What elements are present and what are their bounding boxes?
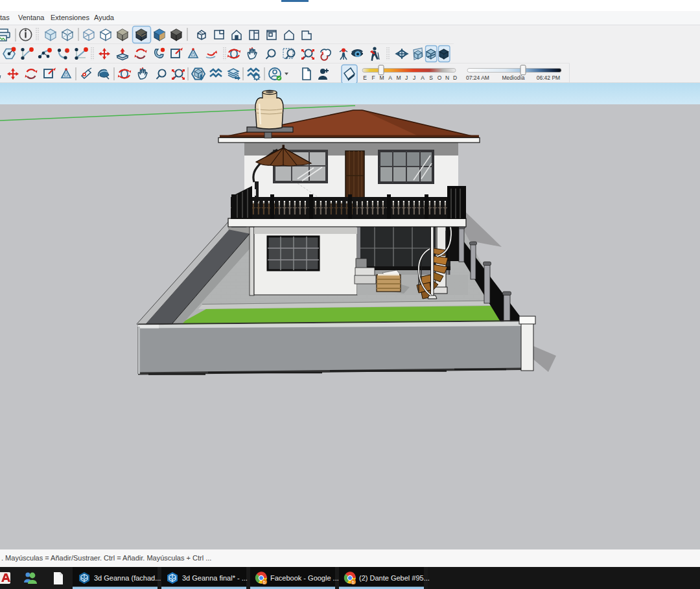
svg-text:Mediodía: Mediodía	[502, 75, 525, 81]
svg-text:D: D	[453, 75, 457, 81]
svg-text:07:24 AM: 07:24 AM	[466, 75, 489, 81]
svg-text:b: b	[352, 580, 355, 584]
svg-text:3d Geanna (fachad...: 3d Geanna (fachad...	[94, 574, 161, 582]
svg-text:06:42 PM: 06:42 PM	[537, 75, 560, 81]
svg-text:M: M	[379, 75, 384, 81]
svg-text:M: M	[396, 75, 401, 81]
svg-text:3d Geanna final* - ...: 3d Geanna final* - ...	[182, 574, 248, 582]
svg-text:S: S	[429, 75, 433, 81]
svg-text:A: A	[388, 75, 392, 81]
svg-text:F: F	[371, 75, 375, 81]
svg-text:Facebook - Google ...: Facebook - Google ...	[270, 574, 339, 582]
svg-text:E: E	[363, 75, 367, 81]
svg-text:b: b	[263, 580, 266, 584]
svg-text:N: N	[445, 75, 449, 81]
svg-text:A: A	[421, 75, 425, 81]
svg-text:O: O	[438, 75, 442, 81]
svg-text:(2) Dante Gebel #95...: (2) Dante Gebel #95...	[359, 574, 430, 582]
svg-text:J: J	[405, 75, 408, 81]
svg-text:J: J	[413, 75, 415, 81]
